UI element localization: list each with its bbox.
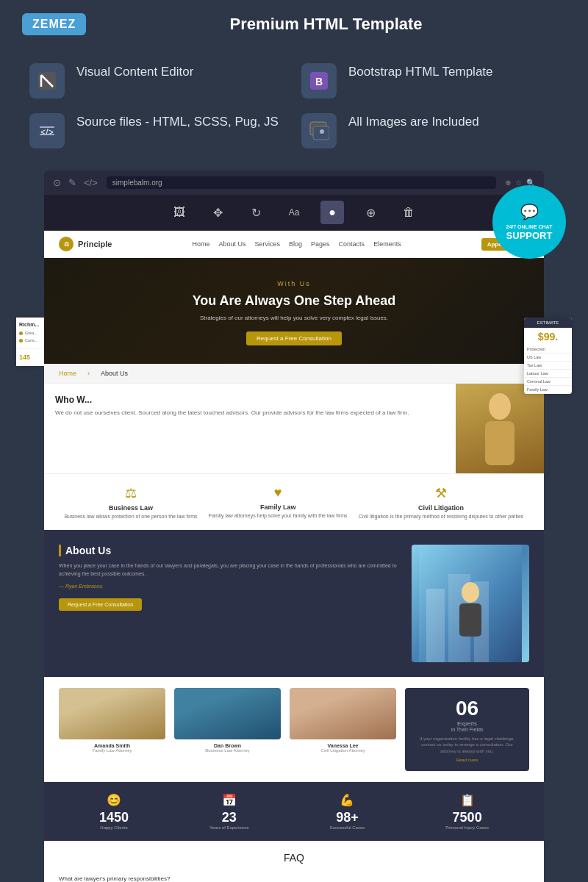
stat-number-injury: 7500	[445, 810, 489, 825]
circle-tool[interactable]: ●	[320, 201, 344, 224]
svg-text:B: B	[315, 76, 323, 87]
business-law-icon: ⚖	[65, 485, 198, 501]
browser-edit-icon[interactable]: ✎	[68, 177, 76, 188]
nav-services[interactable]: Services	[255, 240, 281, 248]
who-we-title: Who W...	[55, 395, 445, 405]
svg-point-12	[489, 393, 511, 420]
about-us-content: About Us When you place your case in the…	[59, 545, 401, 662]
nav-contacts[interactable]: Contacts	[339, 240, 365, 248]
nav-blog[interactable]: Blog	[289, 240, 302, 248]
team-photo-dan	[174, 688, 281, 739]
svg-text:</>: </>	[40, 127, 53, 137]
who-we-text: Who W... We do not use ourselves client.…	[44, 384, 456, 473]
nav-home[interactable]: Home	[192, 240, 209, 248]
feature-images-label: All Images are Included	[348, 113, 479, 131]
civil-litigation-icon: ⚒	[359, 485, 524, 501]
browser-code-icon[interactable]: </>	[84, 177, 98, 188]
right-sidebar-item-us-law: US Law	[524, 354, 572, 362]
injury-icon: 📋	[445, 793, 489, 807]
hero-eyebrow: With Us	[59, 280, 529, 287]
family-law-icon: ♥	[209, 485, 348, 501]
site-nav-links[interactable]: Home About Us Services Blog Pages Contac…	[192, 240, 401, 248]
zemez-logo[interactable]: ZEMEZ	[22, 13, 86, 35]
experts-subtitle: in Their Fields	[414, 727, 520, 732]
source-files-icon: </>	[29, 113, 65, 148]
right-sidebar-item-tax-law: Tax Law	[524, 362, 572, 370]
business-law-title: Business Law	[65, 504, 198, 512]
feature-source-files-label: Source files - HTML, SCSS, Pug, JS	[76, 113, 279, 131]
support-label: SUPPORT	[506, 230, 553, 243]
right-sidebar-item-labour-law: Labour Law	[524, 370, 572, 378]
civil-litigation-desc: Civil litigation is the primary method o…	[359, 514, 524, 519]
preview-container: 💬 24/7 ONLINE CHAT SUPPORT Richm... Grea…	[0, 171, 588, 882]
nav-pages[interactable]: Pages	[311, 240, 330, 248]
faq-section: FAQ What are lawyer's primary responsibi…	[44, 841, 544, 882]
about-us-quote: — Ryan Embraces.	[59, 584, 401, 589]
svg-rect-15	[426, 589, 445, 662]
experts-read-more-btn[interactable]: Read more	[414, 758, 520, 762]
breadcrumb-home[interactable]: Home	[59, 370, 76, 377]
feature-source-files: </> Source files - HTML, SCSS, Pug, JS	[29, 113, 287, 148]
faq-item-1[interactable]: What are lawyer's primary responsibiliti…	[59, 871, 529, 882]
refresh-tool[interactable]: ↻	[244, 201, 268, 224]
site-nav: ⚖ Principle Home About Us Services Blog …	[44, 231, 544, 258]
experts-label: Experts	[414, 720, 520, 727]
page-title: Premium HTML Template	[86, 15, 566, 34]
faq-question-1: What are lawyer's primary responsibiliti…	[59, 875, 529, 882]
about-us-title: About Us	[59, 545, 401, 556]
practice-civil-litigation: ⚒ Civil Litigation Civil litigation is t…	[359, 485, 524, 519]
team-photo-amanda	[59, 688, 165, 739]
left-dot-icon2	[19, 339, 23, 343]
experts-desc: If your organization facility has a lega…	[414, 736, 520, 754]
delete-tool[interactable]: 🗑	[397, 201, 420, 224]
right-sidebar-item-protection: Protection	[524, 345, 572, 354]
successful-icon: 💪	[330, 793, 365, 807]
right-sidebar-item-criminal-law: Criminal Law	[524, 378, 572, 386]
team-member-amanda: Amanda Smith Family Law Attorney	[59, 688, 165, 753]
family-law-title: Family Law	[209, 503, 348, 511]
text-tool[interactable]: Aa	[282, 201, 306, 224]
stat-experience: 📅 23 Years of Experience	[209, 793, 248, 830]
breadcrumb-separator: ›	[87, 370, 90, 377]
stat-injury: 📋 7500 Personal Injury Cases	[445, 793, 489, 830]
move-tool[interactable]: ✥	[206, 201, 229, 224]
browser-share-icon[interactable]: ⊕	[505, 179, 511, 187]
stat-number-experience: 23	[209, 810, 248, 825]
stat-happy-clients: 😊 1450 Happy Clients	[99, 793, 129, 830]
browser-url-bar[interactable]: simplebalm.org	[107, 176, 496, 189]
stat-number-clients: 1450	[99, 810, 129, 825]
family-law-desc: Family law attorneys help solve your fam…	[209, 513, 348, 518]
bootstrap-icon: B	[301, 63, 337, 98]
team-name-dan: Dan Brown	[174, 743, 281, 748]
faq-title: FAQ	[59, 852, 529, 864]
stat-label-injury: Personal Injury Cases	[445, 825, 489, 830]
stats-section: 😊 1450 Happy Clients 📅 23 Years of Exper…	[44, 782, 544, 841]
team-role-vanessa: Civil Litigation Attorney	[290, 748, 396, 753]
stat-label-experience: Years of Experience	[209, 825, 248, 830]
about-us-image	[412, 545, 529, 662]
who-we-section: Who W... We do not use ourselves client.…	[44, 384, 544, 473]
experts-box: 06 Experts in Their Fields If your organ…	[405, 688, 529, 771]
website-mockup: ⚖ Principle Home About Us Services Blog …	[44, 231, 544, 882]
stat-label-successful: Successful Cases	[330, 825, 365, 830]
chat-icon: 💬	[520, 202, 539, 221]
practice-family-law: ♥ Family Law Family law attorneys help s…	[209, 485, 348, 519]
right-sidebar-item-family-law: Family Law	[524, 386, 572, 394]
who-we-body: We do not use ourselves client. Sourced …	[55, 409, 445, 416]
image-tool[interactable]: 🖼	[168, 201, 191, 224]
visual-editor-icon	[29, 63, 65, 98]
browser-back-icon[interactable]: ⊙	[53, 177, 61, 188]
who-we-image	[456, 384, 544, 473]
support-badge[interactable]: 💬 24/7 ONLINE CHAT SUPPORT	[492, 185, 566, 259]
nav-about[interactable]: About Us	[219, 240, 246, 248]
about-us-cta-btn[interactable]: Request a Free Consultation	[59, 598, 142, 611]
images-icon	[301, 113, 337, 148]
features-grid: Visual Content Editor B Bootstrap HTML T…	[0, 49, 588, 171]
stat-successful: 💪 98+ Successful Cases	[330, 793, 365, 830]
add-tool[interactable]: ⊕	[359, 201, 382, 224]
left-dot-icon	[19, 331, 23, 335]
hero-cta-btn[interactable]: Request a Free Consultation	[246, 331, 342, 345]
nav-elements[interactable]: Elements	[373, 240, 401, 248]
site-logo-text: Principle	[78, 240, 112, 248]
feature-visual-editor: Visual Content Editor	[29, 63, 287, 98]
